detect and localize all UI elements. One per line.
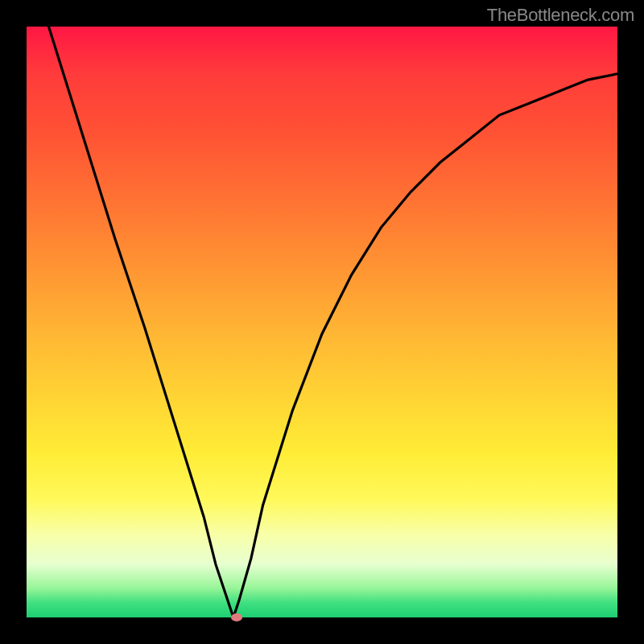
curve-svg bbox=[27, 27, 617, 617]
min-marker bbox=[231, 613, 242, 621]
bottleneck-curve bbox=[27, 0, 617, 617]
watermark-text: TheBottleneck.com bbox=[487, 5, 634, 26]
plot-area bbox=[27, 27, 617, 617]
